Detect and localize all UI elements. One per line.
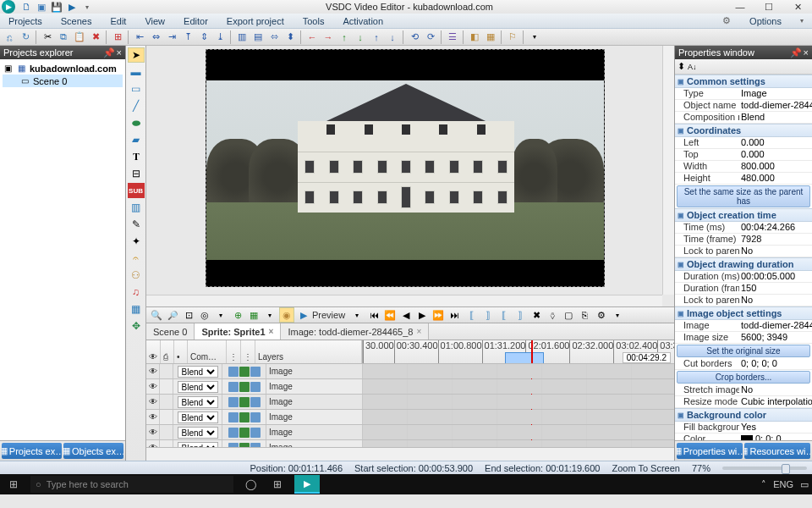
prop-row[interactable]: Cut borders0; 0; 0; 0	[675, 358, 812, 370]
prop-group[interactable]: Object drawing duration	[675, 257, 812, 271]
zoom-out-icon[interactable]: 🔎	[165, 307, 180, 323]
layer-flags[interactable]	[222, 379, 266, 394]
menu-view[interactable]: View	[145, 16, 165, 26]
menu-options[interactable]: Options	[749, 16, 782, 26]
subtitle-tool-icon[interactable]: SUB	[128, 183, 145, 198]
layer-flags[interactable]	[222, 410, 266, 424]
rotate-r-icon[interactable]: ⟳	[423, 30, 438, 45]
copy-icon[interactable]: ⧉	[56, 30, 71, 45]
chart-tool-icon[interactable]: ▥	[128, 200, 145, 215]
arrow-up-icon[interactable]: ↑	[369, 30, 384, 45]
qa-play-icon[interactable]: ▶	[66, 1, 78, 13]
zoom-in-icon[interactable]: 🔍	[149, 307, 164, 323]
track-row[interactable]: 👁BlendImage	[146, 425, 674, 440]
track-row[interactable]: 👁BlendImage	[146, 440, 674, 447]
align-center-h-icon[interactable]: ⇔	[148, 30, 163, 45]
gradient-icon[interactable]: ◧	[467, 30, 482, 45]
menu-tools[interactable]: Tools	[303, 16, 325, 26]
blend-select[interactable]: Blend	[173, 440, 222, 447]
qa-open-icon[interactable]: ▣	[36, 1, 47, 13]
layer-flags[interactable]	[222, 364, 266, 378]
dropdown-icon[interactable]: ▾	[527, 30, 542, 45]
prop-row[interactable]: Time (frame)7928	[675, 234, 812, 246]
arrow-down-green-icon[interactable]: ↓	[353, 30, 368, 45]
prop-button[interactable]: Set the same size as the parent has	[677, 185, 810, 207]
viewport-v-scroll[interactable]	[662, 46, 674, 295]
delete-icon[interactable]: ✖	[88, 30, 103, 45]
image-tool-icon[interactable]: ▭	[128, 81, 145, 97]
audio-tool-icon[interactable]: ♫	[128, 284, 145, 300]
blend-select[interactable]: Blend	[173, 395, 222, 409]
playhead[interactable]	[531, 340, 533, 363]
prop-row[interactable]: TypeImage	[675, 88, 812, 100]
taskview-icon[interactable]: ⊞	[267, 476, 288, 493]
maximize-button[interactable]: ☐	[754, 0, 783, 14]
sort-icon[interactable]: ⬍	[678, 61, 685, 72]
tree-scene[interactable]: ▭ Scene 0	[3, 75, 123, 87]
menu-editor[interactable]: Editor	[184, 16, 208, 26]
lock-icon[interactable]	[160, 425, 173, 439]
sort-az-icon[interactable]: A↓	[688, 63, 697, 71]
layer-drop-icon[interactable]: ▾	[262, 307, 277, 323]
panel-close-icon[interactable]: ×	[117, 47, 122, 58]
qa-new-icon[interactable]: 🗋	[20, 1, 32, 13]
track-lane[interactable]	[363, 395, 674, 409]
gear-icon[interactable]: ⚙	[722, 15, 731, 26]
prop-row[interactable]: Lock to parentNo	[675, 295, 812, 306]
track-lane[interactable]	[363, 410, 674, 424]
pin-icon[interactable]: 📌	[790, 47, 802, 58]
eye-icon[interactable]: 👁	[146, 364, 160, 378]
prop-row[interactable]: Time (ms)00:04:24.266	[675, 222, 812, 234]
layer-name[interactable]: Image	[266, 440, 363, 447]
goto-end-icon[interactable]: ⏭	[447, 307, 462, 323]
rotate-l-icon[interactable]: ⟲	[407, 30, 422, 45]
play-icon[interactable]: ▶	[296, 307, 311, 323]
prop-group[interactable]: Background color	[675, 408, 812, 422]
redo-icon[interactable]: ↻	[18, 30, 33, 45]
tab-scene[interactable]: Scene 0	[146, 323, 195, 340]
eye-icon[interactable]: 👁	[146, 425, 160, 439]
blend-select[interactable]: Blend	[173, 379, 222, 394]
close-icon[interactable]: ×	[416, 327, 421, 336]
close-button[interactable]: ✕	[783, 0, 812, 14]
prop-row[interactable]: Lock to parentNo	[675, 246, 812, 257]
prop-row[interactable]: Color0; 0; 0	[675, 433, 812, 440]
tree-project[interactable]: ▣ ▦ kubadownload.com	[3, 62, 123, 75]
lock-icon[interactable]	[160, 364, 173, 378]
lock-icon[interactable]	[160, 379, 173, 394]
arrow-up-green-icon[interactable]: ↑	[337, 30, 352, 45]
person-tool-icon[interactable]: ⚇	[128, 268, 145, 283]
arrow-right-icon[interactable]: →	[321, 30, 336, 45]
prop-button[interactable]: Set the original size	[677, 345, 810, 357]
layer-name[interactable]: Image	[266, 410, 363, 424]
tl-menu-icon[interactable]: ▾	[610, 307, 625, 323]
prop-button[interactable]: Crop borders...	[677, 371, 810, 384]
trim-l-icon[interactable]: ⟦	[496, 307, 511, 323]
snap-icon[interactable]: ◉	[279, 307, 294, 323]
track-lane[interactable]	[363, 379, 674, 394]
menu-scenes[interactable]: Scenes	[61, 16, 92, 26]
tab-image[interactable]: Image: todd-diemer-284465_8×	[281, 323, 429, 340]
step-fwd-icon[interactable]: ⏩	[431, 307, 446, 323]
layer-name[interactable]: Image	[266, 395, 363, 409]
track-row[interactable]: 👁BlendImage	[146, 364, 674, 379]
prop-row[interactable]: Imagetodd-diemer-284465	[675, 320, 812, 332]
col-pin[interactable]: •	[174, 340, 188, 363]
tab-properties[interactable]: ▦Properties wi…	[677, 443, 743, 459]
preview-drop-icon[interactable]: ▾	[349, 307, 365, 323]
notif-icon[interactable]: ▭	[800, 479, 809, 490]
cut-icon[interactable]: ✂	[40, 30, 55, 45]
trim-r-icon[interactable]: ⟧	[512, 307, 527, 323]
paste-icon[interactable]: 📋	[72, 30, 87, 45]
shape-tool-icon[interactable]: ▰	[128, 132, 145, 147]
filter-icon[interactable]: ▦	[483, 30, 498, 45]
align-left-icon[interactable]: ⇤	[132, 30, 147, 45]
layer-flags[interactable]	[222, 440, 266, 447]
expand-icon[interactable]: ▣	[3, 64, 13, 74]
line-tool-icon[interactable]: ╱	[128, 98, 145, 113]
frame-fwd-icon[interactable]: ▶	[414, 307, 430, 323]
eye-icon[interactable]: 👁	[146, 440, 160, 447]
flag-icon[interactable]: ⚐	[505, 30, 520, 45]
cortana-icon[interactable]: ◯	[240, 476, 261, 493]
step-back-icon[interactable]: ⏪	[382, 307, 398, 323]
